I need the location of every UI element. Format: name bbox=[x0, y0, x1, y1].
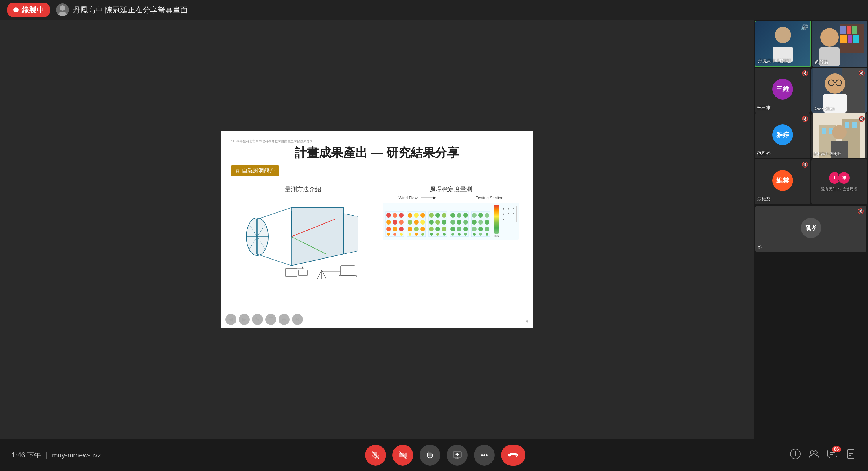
slide-right-section: 風場穩定度量測 Wind Flow Testing Section bbox=[379, 185, 523, 307]
svg-point-124 bbox=[484, 454, 485, 456]
svg-rect-89 bbox=[840, 26, 846, 34]
slide-area: 110學年生科北市高中理科教育數學自由自主學習成果分享 計畫成果產出 — 研究結… bbox=[0, 20, 754, 439]
you-label: 你 bbox=[758, 244, 763, 250]
participant-name-others: 還有另外 77 位使用者 bbox=[820, 187, 859, 192]
tag-label: 自製風洞簡介 bbox=[242, 167, 275, 175]
mute-linsan: 🔇 bbox=[802, 70, 808, 76]
mute-davis: 🔇 bbox=[859, 70, 865, 76]
svg-point-129 bbox=[814, 451, 817, 454]
participant-name-zhang: 張維棠 bbox=[757, 196, 771, 202]
svg-point-68 bbox=[463, 227, 468, 231]
svg-rect-15 bbox=[286, 269, 297, 277]
people-button[interactable] bbox=[808, 448, 819, 462]
record-dot bbox=[13, 7, 19, 12]
participant-tile-liu: 🔇 樹林高中-劉禹昕 bbox=[811, 114, 867, 158]
slide-grid-btn[interactable]: ☷ bbox=[265, 314, 276, 325]
svg-point-61 bbox=[457, 213, 462, 218]
svg-point-95 bbox=[820, 28, 839, 46]
svg-point-128 bbox=[810, 451, 814, 454]
flow-cube-5 bbox=[471, 211, 490, 237]
svg-point-55 bbox=[442, 227, 446, 231]
svg-rect-90 bbox=[846, 26, 851, 34]
camera-button[interactable] bbox=[392, 445, 413, 466]
svg-point-32 bbox=[400, 233, 403, 236]
svg-marker-17 bbox=[302, 265, 304, 270]
slide-edit-btn[interactable]: ✎ bbox=[252, 314, 263, 325]
hand-button[interactable] bbox=[420, 445, 440, 466]
participant-row-3: 雅婷 🔇 范雅婷 bbox=[754, 114, 867, 158]
slide-zoom-out-btn[interactable]: ⊖ bbox=[292, 314, 303, 325]
svg-rect-16 bbox=[299, 270, 307, 276]
record-label: 錄製中 bbox=[22, 5, 44, 15]
participant-tile-danfeng: 🔊 丹鳳高中 陳冠廷 bbox=[754, 21, 811, 67]
person-silhouette-davis bbox=[813, 68, 865, 113]
participant-name-liu: 樹林高中-劉禹昕 bbox=[814, 151, 841, 157]
participant-tile-davis: 🔇 Davis Chen bbox=[811, 68, 867, 113]
svg-point-77 bbox=[478, 220, 483, 224]
svg-point-78 bbox=[485, 220, 489, 224]
slide-title: 計畫成果產出 — 研究結果分享 bbox=[231, 145, 523, 161]
participant-tile-fan: 雅婷 🔇 范雅婷 bbox=[754, 114, 810, 158]
svg-point-51 bbox=[435, 220, 440, 224]
activity-button[interactable] bbox=[845, 448, 857, 462]
svg-point-39 bbox=[421, 220, 425, 224]
svg-point-45 bbox=[421, 233, 424, 236]
tag-grid-icon: ▦ bbox=[235, 168, 240, 174]
slide-container: 110學年生科北市高中理科教育數學自由自主學習成果分享 計畫成果產出 — 研究結… bbox=[221, 131, 533, 328]
end-call-icon bbox=[508, 452, 519, 458]
info-button[interactable]: i bbox=[790, 448, 801, 462]
mute-zhang: 🔇 bbox=[802, 161, 808, 168]
svg-point-37 bbox=[408, 220, 412, 224]
svg-point-25 bbox=[393, 220, 397, 224]
svg-point-54 bbox=[435, 227, 440, 231]
meeting-code: muy-mmew-uvz bbox=[52, 451, 101, 459]
participant-name-danfeng: 丹鳳高中 陳冠廷 bbox=[758, 58, 791, 64]
avatar-fan: 雅婷 bbox=[772, 124, 793, 145]
slide-left-title: 量測方法介紹 bbox=[285, 185, 321, 193]
info-icon: i bbox=[790, 448, 801, 460]
slide-back-btn[interactable]: ◀ bbox=[225, 314, 237, 325]
participants-panel: 🔊 丹鳳高中 陳冠廷 bbox=[754, 20, 868, 439]
svg-point-1 bbox=[60, 5, 65, 11]
svg-point-28 bbox=[393, 227, 397, 231]
wind-tunnel-svg bbox=[242, 196, 364, 283]
hand-icon bbox=[425, 450, 435, 460]
svg-point-27 bbox=[386, 227, 391, 231]
svg-point-50 bbox=[429, 220, 434, 224]
chat-button[interactable]: 86 bbox=[827, 448, 838, 462]
svg-point-99 bbox=[825, 73, 845, 94]
svg-marker-19 bbox=[433, 196, 437, 199]
participant-tile-zhang: 維棠 🔇 張維棠 bbox=[754, 159, 810, 204]
slide-zoom-in-btn[interactable]: ⊕ bbox=[279, 314, 290, 325]
svg-point-49 bbox=[442, 213, 446, 218]
svg-rect-92 bbox=[840, 35, 847, 43]
svg-point-26 bbox=[399, 220, 404, 224]
presenter-text: 丹鳳高中 陳冠廷正在分享螢幕畫面 bbox=[73, 5, 188, 15]
end-call-button[interactable] bbox=[501, 445, 525, 466]
slide-header-small: 110學年生科北市高中理科教育數學自由自主學習成果分享 bbox=[231, 139, 523, 144]
more-icon bbox=[480, 450, 489, 460]
svg-point-30 bbox=[387, 233, 390, 236]
mute-fan: 🔇 bbox=[802, 116, 808, 122]
slide-toolbar: ◀ ▶ ✎ ☷ ⊕ ⊖ bbox=[225, 314, 303, 325]
svg-point-57 bbox=[436, 233, 439, 236]
svg-text:i: i bbox=[795, 450, 796, 457]
svg-point-41 bbox=[414, 227, 418, 231]
main-area: 110學年生科北市高中理科教育數學自由自主學習成果分享 計畫成果產出 — 研究結… bbox=[0, 20, 868, 439]
svg-point-75 bbox=[485, 213, 489, 218]
bottom-bar: 1:46 下午 | muy-mmew-uvz bbox=[0, 439, 868, 471]
share-button[interactable] bbox=[447, 445, 468, 466]
slide-left-section: 量測方法介紹 bbox=[231, 185, 375, 307]
svg-point-29 bbox=[399, 227, 404, 231]
more-button[interactable] bbox=[474, 445, 495, 466]
svg-rect-109 bbox=[845, 122, 849, 128]
flow-cube-4 bbox=[450, 211, 469, 237]
svg-point-44 bbox=[415, 233, 418, 236]
participant-name-huang: 黃育論 bbox=[814, 59, 828, 65]
slide-forward-btn[interactable]: ▶ bbox=[239, 314, 250, 325]
svg-point-74 bbox=[478, 213, 483, 218]
mic-button[interactable] bbox=[365, 445, 386, 466]
avatar-linsan: 三維 bbox=[772, 79, 793, 99]
svg-point-82 bbox=[473, 233, 476, 236]
svg-point-36 bbox=[421, 213, 425, 218]
